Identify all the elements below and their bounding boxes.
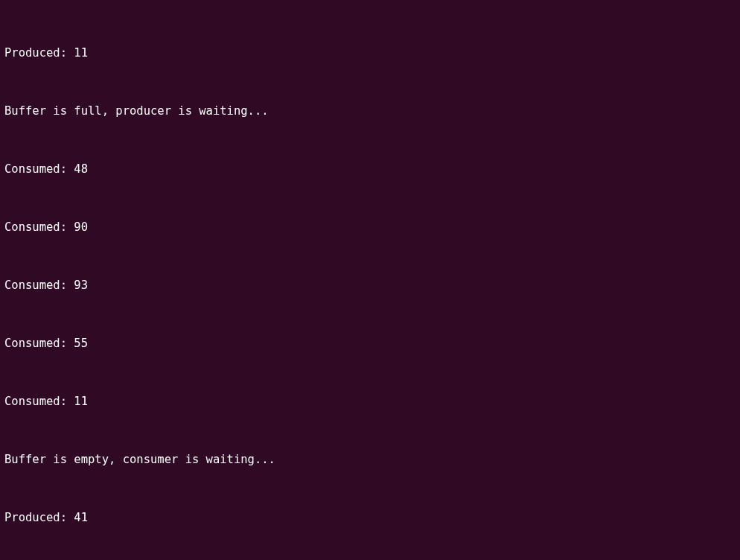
terminal-line: Produced: 11 [4, 43, 736, 63]
terminal-line: Consumed: 11 [4, 392, 736, 411]
terminal-line: Consumed: 90 [4, 217, 736, 237]
terminal-line: Buffer is empty, consumer is waiting... [4, 450, 736, 469]
terminal-line: Consumed: 93 [4, 276, 736, 295]
terminal-line: Produced: 41 [4, 508, 736, 527]
terminal-output[interactable]: Produced: 11 Buffer is full, producer is… [0, 0, 740, 560]
terminal-line: Consumed: 55 [4, 334, 736, 353]
terminal-line: Buffer is full, producer is waiting... [4, 101, 736, 121]
terminal-line: Consumed: 48 [4, 159, 736, 179]
